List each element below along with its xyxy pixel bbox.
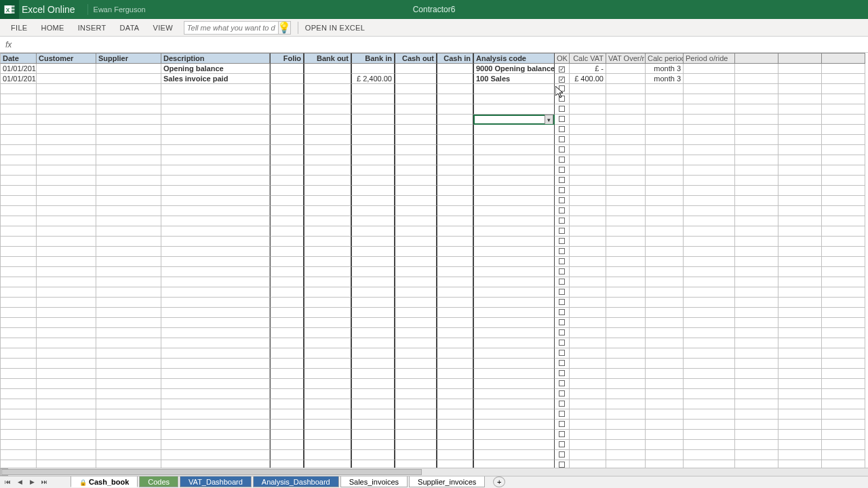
cell[interactable] (822, 216, 865, 226)
checkbox-icon[interactable] (559, 401, 565, 407)
cell[interactable] (684, 104, 735, 115)
cell[interactable] (606, 348, 646, 359)
cell[interactable] (437, 104, 473, 115)
cell[interactable] (395, 74, 437, 84)
column-header-calc_period[interactable]: Calc period (646, 53, 684, 64)
cell[interactable] (37, 430, 96, 440)
cell[interactable] (37, 308, 96, 318)
cell[interactable] (684, 216, 735, 226)
cell[interactable] (684, 287, 735, 298)
cell[interactable] (646, 135, 684, 145)
cell[interactable] (37, 338, 96, 348)
checkbox-icon[interactable] (559, 350, 565, 356)
cell[interactable] (37, 267, 96, 277)
cell[interactable] (395, 440, 437, 450)
cell[interactable] (606, 267, 646, 277)
cell[interactable] (304, 176, 351, 186)
cell[interactable] (473, 277, 555, 287)
cell[interactable] (270, 359, 304, 369)
cell[interactable] (395, 399, 437, 409)
ribbon-tab-home[interactable]: HOME (34, 19, 71, 37)
cell[interactable] (473, 135, 555, 145)
cell[interactable] (304, 206, 351, 216)
cell[interactable] (437, 165, 473, 176)
cell[interactable] (437, 450, 473, 460)
checkbox-icon[interactable] (559, 116, 565, 122)
cell[interactable] (395, 379, 437, 389)
cell[interactable] (304, 308, 351, 318)
cell[interactable]: month 3 (646, 74, 684, 84)
cell[interactable] (646, 409, 684, 420)
cell[interactable] (570, 216, 606, 226)
cell[interactable] (0, 389, 37, 399)
cell[interactable] (437, 338, 473, 348)
cell[interactable] (437, 186, 473, 196)
checkbox-icon[interactable] (559, 85, 565, 92)
cell[interactable] (96, 298, 161, 308)
cell[interactable] (161, 308, 270, 318)
cell[interactable] (570, 115, 606, 125)
cell[interactable] (96, 399, 161, 409)
cell[interactable] (0, 308, 37, 318)
checkbox-icon[interactable] (559, 207, 565, 214)
cell[interactable] (161, 298, 270, 308)
cell[interactable] (37, 155, 96, 165)
cell[interactable] (395, 308, 437, 318)
cell[interactable] (304, 115, 351, 125)
cell[interactable] (606, 460, 646, 468)
cell[interactable] (395, 247, 437, 257)
cell[interactable] (37, 369, 96, 379)
cell[interactable] (351, 399, 395, 409)
cell[interactable] (395, 115, 437, 125)
cell[interactable] (606, 379, 646, 389)
cell[interactable] (606, 125, 646, 135)
cell[interactable] (395, 389, 437, 399)
checkbox-icon[interactable] (559, 370, 565, 376)
cell[interactable] (437, 430, 473, 440)
cell[interactable] (646, 216, 684, 226)
cell[interactable] (96, 145, 161, 155)
cell[interactable] (304, 226, 351, 237)
column-header-description[interactable]: Description (161, 53, 270, 64)
cell[interactable] (304, 84, 351, 94)
cell[interactable] (351, 104, 395, 115)
cell[interactable] (822, 379, 865, 389)
cell[interactable] (473, 359, 555, 369)
cell[interactable] (684, 338, 735, 348)
cell[interactable] (735, 420, 778, 430)
cell[interactable] (161, 277, 270, 287)
cell[interactable] (822, 196, 865, 206)
cell[interactable]: £ 2,400.00 (351, 74, 395, 84)
user-name[interactable]: Ewan Ferguson (94, 5, 146, 14)
cell[interactable] (778, 104, 822, 115)
cell[interactable] (395, 155, 437, 165)
cell[interactable] (555, 74, 570, 84)
cell[interactable] (555, 176, 570, 186)
cell[interactable] (778, 237, 822, 247)
cell[interactable] (351, 460, 395, 468)
cell[interactable] (735, 399, 778, 409)
sheet-tab-cash_book[interactable]: 🔒Cash_book (71, 476, 138, 487)
cell[interactable] (606, 277, 646, 287)
cell[interactable] (735, 206, 778, 216)
cell[interactable] (270, 338, 304, 348)
cell[interactable] (304, 369, 351, 379)
cell[interactable] (606, 115, 646, 125)
cell[interactable] (822, 460, 865, 468)
checkbox-icon[interactable] (559, 289, 565, 295)
cell[interactable] (437, 308, 473, 318)
cell[interactable] (270, 125, 304, 135)
cell[interactable] (555, 420, 570, 430)
cell[interactable] (37, 389, 96, 399)
cell[interactable] (735, 298, 778, 308)
cell[interactable] (735, 440, 778, 450)
cell[interactable] (96, 257, 161, 267)
cell[interactable] (161, 379, 270, 389)
cell[interactable] (351, 348, 395, 359)
scroll-thumb[interactable] (1, 469, 422, 475)
cell[interactable] (395, 64, 437, 74)
cell[interactable] (684, 420, 735, 430)
cell[interactable] (646, 389, 684, 399)
cell[interactable] (822, 186, 865, 196)
cell[interactable] (351, 155, 395, 165)
